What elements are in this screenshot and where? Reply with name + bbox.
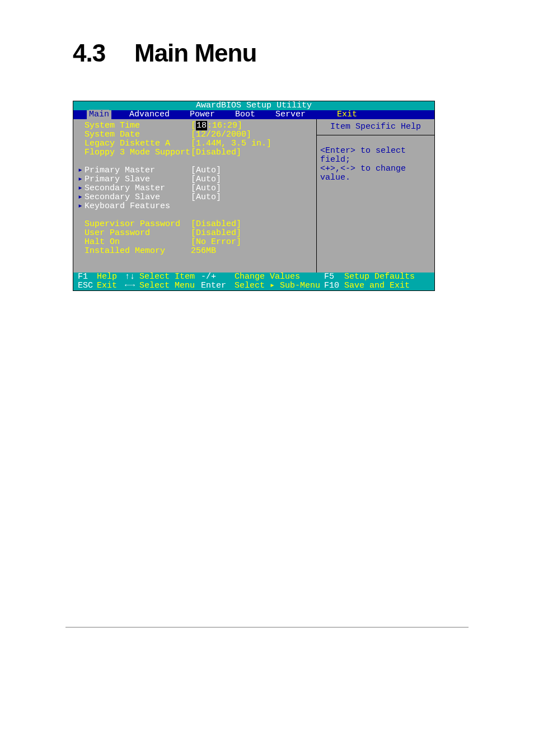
menu-advanced[interactable]: Advanced [127,110,172,119]
action-setup-defaults: Setup Defaults [344,273,430,281]
label: Supervisor Password [85,220,191,229]
bios-help-panel: Item Specific Help <Enter> to select fie… [317,119,434,273]
label: Halt On [85,238,191,247]
setting-supervisor-password[interactable]: Supervisor Password [Disabled] [78,220,312,229]
submenu-primary-master[interactable]: ▸ Primary Master [Auto] [78,166,312,175]
action-exit: Exit [97,281,125,290]
heading-number: 4.3 [73,39,134,67]
triangle-right-icon: ▸ [78,166,85,175]
menu-power[interactable]: Power [188,110,217,119]
action-select-submenu: Select ▸ Sub-Menu [235,281,324,290]
value: [1.44M, 3.5 in.] [191,139,271,148]
bios-window: AwardBIOS Setup Utility Main Advanced Po… [73,101,435,291]
label: Secondary Master [85,184,191,193]
triangle-right-icon: ▸ [78,184,85,193]
bios-body: System Time [18:16:29] System Date [12/2… [73,119,434,273]
triangle-right-icon: ▸ [78,202,85,211]
value: [Auto] [191,175,221,184]
setting-halt-on[interactable]: Halt On [No Error] [78,238,312,247]
action-help: Help [97,273,125,281]
key-leftright: ←→ [125,281,139,290]
setting-installed-memory: Installed Memory 256MB [78,247,312,256]
action-save-exit: Save and Exit [344,281,430,290]
key-updown: ↑↓ [125,273,139,281]
key-f5: F5 [324,273,344,281]
setting-system-date[interactable]: System Date [12/26/2000] [78,130,312,139]
value: [Auto] [191,193,221,202]
time-hours-cursor[interactable]: 18 [196,121,207,130]
help-body: <Enter> to select field; <+>,<-> to chan… [317,135,434,273]
setting-legacy-diskette-a[interactable]: Legacy Diskette A [1.44M, 3.5 in.] [78,139,312,148]
menu-main[interactable]: Main [87,110,111,119]
value: [Disabled] [191,229,241,238]
bios-main-panel: System Time [18:16:29] System Date [12/2… [73,119,317,273]
page-divider [65,627,469,628]
label: System Time [85,121,191,130]
setting-system-time[interactable]: System Time [18:16:29] [78,121,312,130]
value: [Auto] [191,184,221,193]
value: [Disabled] [191,220,241,229]
value: [Auto] [191,166,221,175]
submenu-keyboard-features[interactable]: ▸ Keyboard Features [78,202,312,211]
setting-floppy-3-mode[interactable]: Floppy 3 Mode Support [Disabled] [78,148,312,157]
label: Legacy Diskette A [85,139,191,148]
triangle-right-icon: ▸ [78,175,85,184]
help-line-1: <Enter> to select field; [320,147,431,165]
value: [No Error] [191,238,241,247]
action-select-item: Select Item [139,273,201,281]
label: Secondary Slave [85,193,191,202]
bios-menu-bar[interactable]: Main Advanced Power Boot Server Exit [73,110,434,119]
heading-title: Main Menu [134,39,256,67]
label: Primary Master [85,166,191,175]
label: Keyboard Features [85,202,191,211]
label: Floppy 3 Mode Support [85,148,191,157]
menu-exit[interactable]: Exit [335,110,359,119]
submenu-secondary-master[interactable]: ▸ Secondary Master [Auto] [78,184,312,193]
page-heading: 4.3Main Menu [73,39,461,67]
menu-spacer [73,110,87,119]
value: [12/26/2000] [191,130,251,139]
action-change-values: Change Values [235,273,324,281]
setting-user-password[interactable]: User Password [Disabled] [78,229,312,238]
label: User Password [85,229,191,238]
bios-title-bar: AwardBIOS Setup Utility [73,101,434,110]
bios-footer: F1 Help ↑↓ Select Item -/+ Change Values… [73,273,434,290]
key-plusminus: -/+ [201,273,235,281]
help-title: Item Specific Help [317,119,434,135]
submenu-secondary-slave[interactable]: ▸ Secondary Slave [Auto] [78,193,312,202]
key-f10: F10 [324,281,344,290]
menu-server[interactable]: Server [273,110,308,119]
key-esc: ESC [78,281,97,290]
key-enter: Enter [201,281,235,290]
submenu-primary-slave[interactable]: ▸ Primary Slave [Auto] [78,175,312,184]
menu-boot[interactable]: Boot [233,110,257,119]
label: System Date [85,130,191,139]
value: [18:16:29] [191,121,242,130]
label: Installed Memory [85,247,191,256]
action-select-menu: Select Menu [139,281,201,290]
triangle-right-icon: ▸ [78,193,85,202]
help-line-2: <+>,<-> to change value. [320,165,431,182]
key-f1: F1 [78,273,97,281]
value: [Disabled] [191,148,241,157]
label: Primary Slave [85,175,191,184]
value: 256MB [191,247,216,256]
